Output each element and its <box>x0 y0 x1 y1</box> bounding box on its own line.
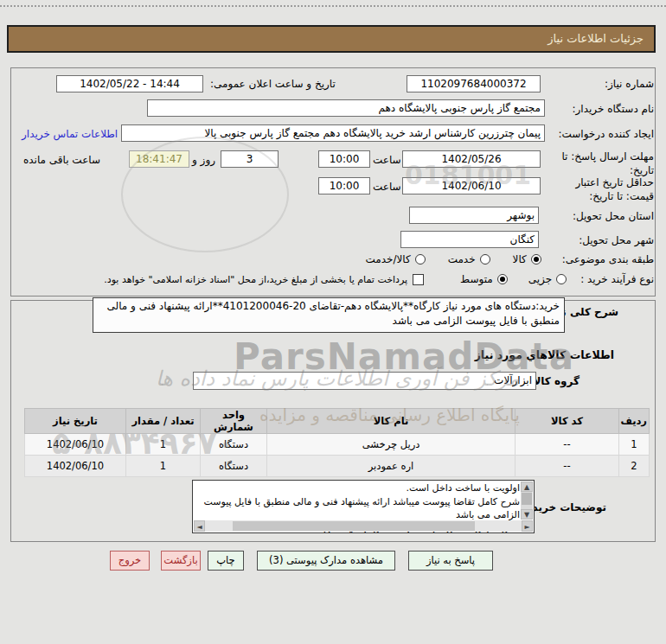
countdown-label: ساعت باقی مانده <box>23 154 100 166</box>
cell-item-code: -- <box>516 434 619 456</box>
radio-goods[interactable] <box>531 254 541 265</box>
goods-group-field[interactable]: ابزارآلات <box>193 372 536 390</box>
radio-minor-label: جزیی <box>528 273 552 285</box>
print-button[interactable]: چاپ <box>208 551 244 571</box>
cell-unit: دستگاه <box>201 456 267 477</box>
cell-need-date: 1402/06/10 <box>25 456 126 477</box>
buyer-notes-line: اولویت با ساخت داخل است. <box>196 481 520 495</box>
buyer-org-field[interactable]: مجتمع گاز پارس جنوبی پالایشگاه دهم <box>147 99 545 117</box>
need-description-box[interactable]: خرید:دستگاه های مورد نیاز کارگاه**پالایش… <box>93 297 565 333</box>
category-label: طبقه بندی موضوعی: <box>562 253 654 265</box>
radio-service-label: خدمت <box>448 253 476 265</box>
buyer-notes-line: شرح کامل تقاضا پیوست میباشد ارائه پیشنها… <box>196 495 520 522</box>
cell-row-number: 2 <box>619 456 650 477</box>
goods-table-header-row: ردیف کد کالا نام کالا واحد شمارش تعداد /… <box>25 409 650 434</box>
cell-item-code: -- <box>516 456 619 477</box>
col-quantity: تعداد / مقدار <box>126 409 201 434</box>
cell-item-name: دریل چرخشی <box>267 434 516 456</box>
province-field[interactable]: بوشهر <box>409 207 539 224</box>
price-validity-time-field[interactable]: 10:00 <box>318 177 370 194</box>
radio-medium-label: متوسط <box>460 273 493 285</box>
cell-row-number: 1 <box>619 434 650 456</box>
announce-datetime-label: تاریخ و ساعت اعلان عمومی: <box>210 78 336 90</box>
treasury-checkbox[interactable] <box>413 274 424 285</box>
horizontal-scrollbar[interactable]: ◄ ► <box>194 520 533 532</box>
col-item-name: نام کالا <box>267 409 516 434</box>
radio-medium[interactable] <box>497 274 508 284</box>
price-validity-date-field[interactable]: 1402/06/10 <box>402 177 541 194</box>
goods-table: ردیف کد کالا نام کالا واحد شمارش تعداد /… <box>24 408 650 477</box>
hscroll-thumb[interactable] <box>233 521 475 531</box>
table-row[interactable]: 2 -- اره عمودبر دستگاه 1 1402/06/10 <box>25 456 650 477</box>
top-divider <box>0 5 666 7</box>
table-row[interactable]: 1 -- دریل چرخشی دستگاه 1 1402/06/10 <box>25 434 650 456</box>
remaining-days-field[interactable]: 3 <box>221 150 279 168</box>
radio-goods-service-label: کالا/خدمت <box>365 253 410 265</box>
scroll-left-icon[interactable]: ◄ <box>194 520 205 532</box>
price-validity-time-label: ساعت <box>373 181 401 193</box>
view-attachments-button[interactable]: مشاهده مدارک پیوستی (3) <box>257 551 395 571</box>
announce-datetime-field[interactable]: 14:44 - 1402/05/22 <box>56 75 203 92</box>
reply-deadline-time-field[interactable]: 10:00 <box>318 150 370 168</box>
reply-to-need-button[interactable]: پاسخ به نیاز <box>408 551 493 571</box>
reply-deadline-time-label: ساعت <box>373 154 401 166</box>
cell-quantity: 1 <box>126 434 201 456</box>
scroll-right-icon[interactable]: ► <box>522 520 533 532</box>
buyer-contact-link[interactable]: اطلاعات تماس خریدار <box>22 128 118 140</box>
cell-need-date: 1402/06/10 <box>25 434 126 456</box>
goods-group-label: گروه کالا: <box>529 375 580 387</box>
col-unit: واحد شمارش <box>201 409 267 434</box>
buyer-notes-textarea[interactable]: اولویت با ساخت داخل است. شرح کامل تقاضا … <box>192 480 535 533</box>
col-need-date: تاریخ نیاز <box>25 409 126 434</box>
buyer-org-label: نام دستگاه خریدار: <box>573 103 655 115</box>
need-number-label: شماره نیاز: <box>605 78 654 90</box>
city-label: شهر محل تحویل: <box>579 234 654 246</box>
need-details-window: جزئیات اطلاعات نیاز شماره نیاز: 11020976… <box>0 0 666 644</box>
request-creator-field[interactable]: پیمان چترزرین کارشناس ارشد خرید پالایشگا… <box>121 124 545 142</box>
cell-item-name: اره عمودبر <box>267 456 516 477</box>
radio-service[interactable] <box>480 254 490 265</box>
reply-deadline-date-field[interactable]: 1402/05/26 <box>402 150 541 168</box>
back-button[interactable]: بازگشت <box>161 551 201 571</box>
cell-quantity: 1 <box>126 456 201 477</box>
treasury-checkbox-label: پرداخت تمام یا بخشی از مبلغ خرید،از محل … <box>104 274 407 285</box>
page-title: جزئیات اطلاعات نیاز <box>7 25 656 53</box>
request-creator-label: ایجاد کننده درخواست: <box>558 128 654 140</box>
process-type-label: نوع فرآیند خرید : <box>580 273 654 285</box>
scroll-up-icon[interactable]: ▲ <box>521 481 533 492</box>
countdown-timer: 18:41:47 <box>129 150 189 168</box>
price-validity-label: حداقل تاریخ اعتبار قیمت: تا تاریخ: <box>550 175 654 203</box>
remaining-days-label: روز و <box>192 154 215 166</box>
radio-goods-label: کالا <box>513 253 527 265</box>
exit-button[interactable]: خروج <box>110 551 150 571</box>
scroll-down-icon[interactable]: ▼ <box>521 509 533 520</box>
category-radio-group: طبقه بندی موضوعی: کالا خدمت کالا/خدمت <box>365 253 654 265</box>
vscroll-thumb[interactable] <box>522 493 532 505</box>
process-type-group: نوع فرآیند خرید : جزیی متوسط پرداخت تمام… <box>104 273 654 285</box>
radio-goods-service[interactable] <box>415 254 426 265</box>
reply-deadline-label: مهلت ارسال پاسخ: تا تاریخ: <box>550 150 654 177</box>
province-label: استان محل تحویل: <box>573 210 654 222</box>
radio-minor[interactable] <box>556 274 567 284</box>
goods-section-header: اطلاعات کالاهاي مورد نیاز <box>475 348 614 361</box>
col-item-code: کد کالا <box>516 409 619 434</box>
need-number-field[interactable]: 1102097684000372 <box>407 75 541 92</box>
vertical-scrollbar[interactable]: ▲ ▼ <box>521 481 533 520</box>
col-row-number: ردیف <box>619 409 650 434</box>
cell-unit: دستگاه <box>201 434 267 456</box>
city-field[interactable]: کنگان <box>400 231 539 248</box>
